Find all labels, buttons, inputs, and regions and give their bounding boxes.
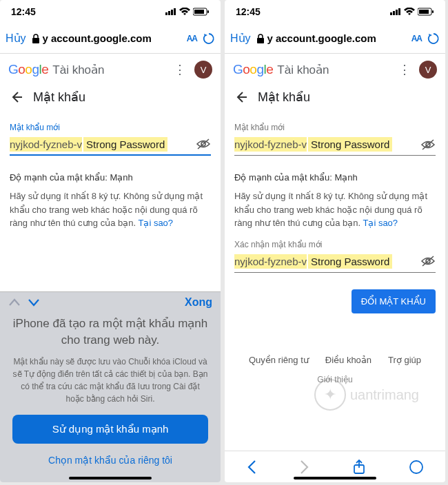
content-area: Mật khẩu mới nyjkod-fyzneb-v Strong Pass…: [225, 114, 445, 451]
why-link[interactable]: Tại sao?: [363, 218, 398, 228]
battery-icon: [418, 8, 434, 16]
svg-point-23: [410, 461, 422, 473]
toggle-visibility-icon[interactable]: [416, 138, 436, 151]
strong-password-pill: Strong Password: [308, 254, 392, 269]
svg-rect-12: [396, 10, 398, 15]
avatar[interactable]: V: [419, 61, 437, 79]
new-password-label: Mật khẩu mới: [10, 123, 211, 132]
svg-rect-1: [168, 11, 170, 15]
account-label: Tài khoản: [52, 63, 104, 77]
google-header: Google Tài khoản ⋮ V: [0, 54, 221, 84]
svg-rect-5: [194, 10, 204, 14]
home-indicator[interactable]: [69, 477, 152, 479]
password-value: nyjkod-fyzneb-v: [234, 254, 307, 269]
account-label: Tài khoản: [277, 63, 329, 77]
prev-field-button: [8, 298, 21, 307]
svg-rect-3: [174, 8, 176, 15]
phone-right: 12:45 Hủy yaccount.google.com AA: [225, 0, 445, 482]
footer-links: Quyền riêng tư Điều khoản Trợ giúp: [234, 313, 436, 365]
google-header: Google Tài khoản ⋮ V: [225, 54, 445, 84]
page-title: Mật khẩu: [33, 90, 85, 105]
text-size-button[interactable]: AA: [187, 34, 197, 43]
wifi-icon: [404, 8, 415, 16]
new-password-field[interactable]: nyjkod-fyzneb-v Strong Password: [10, 135, 211, 156]
cancel-button[interactable]: Hủy: [230, 32, 251, 45]
svg-rect-2: [171, 10, 173, 15]
text-size-button[interactable]: AA: [411, 34, 422, 43]
svg-rect-6: [207, 10, 209, 13]
password-hint: Hãy sử dụng ít nhất 8 ký tự. Không sử dụ…: [10, 189, 211, 230]
privacy-link[interactable]: Quyền riêng tư: [249, 355, 309, 365]
password-value: nyjkod-fyzneb-v: [234, 137, 307, 152]
page-header: Mật khẩu: [0, 84, 221, 114]
svg-rect-10: [390, 12, 392, 15]
help-link[interactable]: Trợ giúp: [388, 355, 421, 365]
lock-icon: [256, 34, 265, 43]
confirm-password-label: Xác nhận mật khẩu mới: [234, 240, 436, 249]
url-prefix: y: [267, 32, 273, 44]
svg-rect-11: [393, 11, 395, 15]
url-area[interactable]: yaccount.google.com: [32, 32, 181, 44]
cancel-button[interactable]: Hủy: [6, 32, 26, 45]
change-password-button[interactable]: ĐỔI MẬT KHẨU: [352, 289, 436, 313]
battery-icon: [193, 8, 210, 16]
toggle-visibility-icon[interactable]: [416, 255, 436, 267]
menu-button[interactable]: ⋮: [398, 62, 411, 77]
browser-bar: Hủy yaccount.google.com AA: [225, 23, 445, 54]
terms-link[interactable]: Điều khoản: [325, 355, 371, 365]
svg-rect-13: [398, 8, 400, 15]
svg-rect-0: [165, 12, 167, 15]
svg-rect-7: [32, 38, 39, 43]
reload-button[interactable]: [203, 32, 215, 45]
back-button[interactable]: [10, 90, 23, 104]
phone-left: 12:45 Hủy yaccount.google.com AA: [0, 0, 221, 482]
signal-icon: [390, 8, 401, 15]
share-button[interactable]: [353, 460, 365, 475]
url-prefix: y: [43, 32, 48, 44]
status-icons: [165, 8, 210, 16]
password-hint: Hãy sử dụng ít nhất 8 ký tự. Không sử dụ…: [234, 189, 436, 230]
url-text: account.google.com: [276, 32, 376, 44]
google-logo: Google: [233, 62, 273, 77]
safari-button[interactable]: [409, 460, 424, 475]
strong-password-pill: Strong Password: [308, 137, 392, 152]
avatar[interactable]: V: [194, 61, 212, 79]
password-strength: Độ mạnh của mật khẩu: Mạnh: [234, 172, 436, 183]
svg-rect-17: [257, 38, 264, 43]
new-password-field[interactable]: nyjkod-fyzneb-v Strong Password: [234, 135, 436, 156]
url-text: account.google.com: [51, 32, 152, 44]
reload-button[interactable]: [427, 32, 440, 45]
wifi-icon: [179, 8, 190, 16]
google-logo: Google: [8, 62, 48, 77]
status-time: 12:45: [11, 6, 36, 17]
use-strong-password-button[interactable]: Sử dụng mật khẩu mạnh: [12, 415, 208, 444]
password-value: nyjkod-fyzneb-v: [10, 137, 82, 152]
strong-password-pill: Strong Password: [83, 137, 167, 152]
about-link[interactable]: Giới thiệu: [234, 365, 436, 389]
signal-icon: [165, 8, 176, 15]
status-bar: 12:45: [0, 0, 221, 23]
status-time: 12:45: [236, 6, 261, 17]
next-field-button[interactable]: [28, 298, 40, 307]
new-password-label: Mật khẩu mới: [234, 123, 436, 132]
confirm-password-field[interactable]: nyjkod-fyzneb-v Strong Password: [234, 252, 436, 273]
choose-own-password-button[interactable]: Chọn mật khẩu của riêng tôi: [12, 451, 208, 470]
back-button[interactable]: [234, 90, 248, 104]
svg-rect-15: [419, 10, 429, 14]
suggestion-subtitle: Mật khẩu này sẽ được lưu vào Chuỗi khóa …: [12, 355, 208, 405]
suggestion-title: iPhone đã tạo ra một mật khẩu mạnh cho t…: [12, 316, 208, 349]
svg-rect-16: [432, 10, 434, 13]
why-link[interactable]: Tại sao?: [138, 218, 173, 228]
menu-button[interactable]: ⋮: [174, 62, 186, 77]
password-strength: Độ mạnh của mật khẩu: Mạnh: [10, 172, 211, 183]
page-header: Mật khẩu: [225, 84, 445, 114]
keyboard-suggestion-panel: Xong iPhone đã tạo ra một mật khẩu mạnh …: [0, 291, 221, 482]
browser-bar: Hủy yaccount.google.com AA: [0, 23, 221, 54]
home-indicator[interactable]: [294, 477, 376, 479]
back-nav-button[interactable]: [247, 460, 256, 475]
status-icons: [390, 8, 434, 16]
url-area[interactable]: yaccount.google.com: [256, 32, 406, 44]
lock-icon: [32, 34, 40, 43]
done-button[interactable]: Xong: [185, 296, 212, 309]
toggle-visibility-icon[interactable]: [192, 138, 211, 150]
